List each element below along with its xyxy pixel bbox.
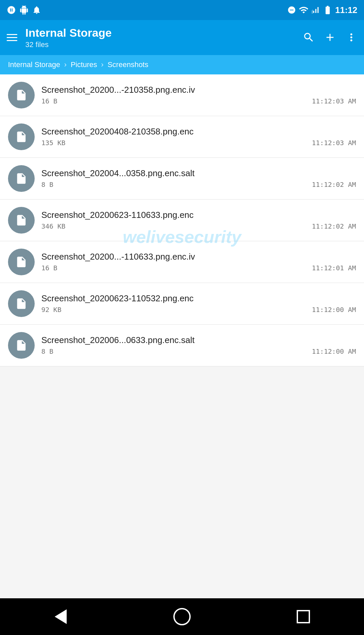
list-item[interactable]: Screenshot_20200623-110532.png.enc 92 KB… (0, 283, 364, 325)
file-size: 16 B (41, 264, 57, 272)
recent-button[interactable] (290, 603, 317, 630)
game-icon (7, 5, 16, 15)
app-bar-subtitle: 32 files (25, 40, 295, 49)
search-icon[interactable] (303, 31, 315, 43)
android-icon (19, 5, 29, 15)
breadcrumb: Internal Storage › Pictures › Screenshot… (0, 55, 364, 74)
file-icon (15, 297, 28, 310)
list-item[interactable]: Screenshot_20200623-110633.png.enc 346 K… (0, 200, 364, 241)
file-name: Screenshot_202004...0358.png.enc.salt (41, 168, 356, 179)
file-icon-circle (8, 165, 35, 192)
file-meta: 8 B 11:12:00 AM (41, 347, 356, 355)
wifi-icon (299, 5, 309, 15)
file-meta: 135 KB 11:12:03 AM (41, 139, 356, 147)
list-item[interactable]: Screenshot_202006...0633.png.enc.salt 8 … (0, 325, 364, 366)
status-bar: 11:12 (0, 0, 364, 20)
back-icon (55, 609, 67, 624)
file-icon (15, 89, 28, 101)
file-size: 346 KB (41, 222, 65, 230)
file-time: 11:12:00 AM (312, 347, 356, 355)
file-size: 16 B (41, 97, 57, 105)
breadcrumb-sep-2: › (101, 60, 103, 69)
file-icon-circle (8, 332, 35, 359)
file-icon (15, 130, 28, 143)
status-icons-left (7, 5, 41, 15)
file-icon (15, 214, 28, 227)
file-icon-circle (8, 82, 35, 108)
battery-icon (323, 5, 333, 15)
file-info: Screenshot_20200623-110532.png.enc 92 KB… (41, 293, 356, 314)
menu-button[interactable] (7, 34, 17, 41)
file-icon-circle (8, 290, 35, 317)
breadcrumb-sep-1: › (64, 60, 67, 69)
home-button[interactable] (169, 603, 195, 630)
file-meta: 346 KB 11:12:02 AM (41, 222, 356, 230)
file-time: 11:12:02 AM (312, 222, 356, 230)
more-options-icon[interactable] (345, 31, 357, 43)
signal-icon (311, 6, 320, 14)
list-item[interactable]: Screenshot_202004...0358.png.enc.salt 8 … (0, 158, 364, 200)
dnd-icon (287, 6, 296, 14)
menu-line-3 (7, 40, 17, 41)
breadcrumb-pictures[interactable]: Pictures (71, 60, 97, 69)
file-name: Screenshot_20200623-110532.png.enc (41, 293, 356, 304)
file-icon (15, 172, 28, 185)
list-item[interactable]: Screenshot_20200408-210358.png.enc 135 K… (0, 116, 364, 158)
file-info: Screenshot_20200623-110633.png.enc 346 K… (41, 210, 356, 230)
file-time: 11:12:03 AM (312, 97, 356, 105)
file-meta: 92 KB 11:12:00 AM (41, 306, 356, 314)
file-info: Screenshot_202006...0633.png.enc.salt 8 … (41, 335, 356, 355)
list-item[interactable]: Screenshot_20200...-110633.png.enc.iv 16… (0, 241, 364, 283)
file-time: 11:12:02 AM (312, 181, 356, 189)
file-name: Screenshot_20200623-110633.png.enc (41, 210, 356, 220)
file-name: Screenshot_20200...-210358.png.enc.iv (41, 85, 356, 95)
file-time: 11:12:03 AM (312, 139, 356, 147)
file-info: Screenshot_20200...-110633.png.enc.iv 16… (41, 252, 356, 272)
app-bar-title-group: Internal Storage 32 files (25, 26, 295, 49)
file-info: Screenshot_202004...0358.png.enc.salt 8 … (41, 168, 356, 189)
file-info: Screenshot_20200408-210358.png.enc 135 K… (41, 126, 356, 147)
home-icon (173, 608, 191, 625)
file-time: 11:12:00 AM (312, 306, 356, 314)
file-meta: 8 B 11:12:02 AM (41, 181, 356, 189)
file-name: Screenshot_20200408-210358.png.enc (41, 126, 356, 137)
status-time: 11:12 (335, 5, 358, 15)
nav-bar (0, 598, 364, 635)
file-icon (15, 256, 28, 268)
file-name: Screenshot_20200...-110633.png.enc.iv (41, 252, 356, 262)
file-size: 135 KB (41, 139, 65, 147)
file-size: 8 B (41, 181, 53, 189)
menu-line-1 (7, 34, 17, 35)
file-size: 8 B (41, 347, 53, 355)
file-icon-circle (8, 123, 35, 150)
app-bar: Internal Storage 32 files (0, 20, 364, 55)
back-button[interactable] (47, 603, 74, 630)
file-icon (15, 339, 28, 352)
recent-icon (297, 610, 310, 623)
file-meta: 16 B 11:12:01 AM (41, 264, 356, 272)
notification-icon (32, 5, 41, 15)
menu-line-2 (7, 37, 17, 38)
file-name: Screenshot_202006...0633.png.enc.salt (41, 335, 356, 345)
file-meta: 16 B 11:12:03 AM (41, 97, 356, 105)
file-time: 11:12:01 AM (312, 264, 356, 272)
status-icons-right: 11:12 (287, 5, 358, 15)
file-info: Screenshot_20200...-210358.png.enc.iv 16… (41, 85, 356, 105)
file-icon-circle (8, 207, 35, 234)
breadcrumb-internal-storage[interactable]: Internal Storage (8, 60, 60, 69)
app-bar-title: Internal Storage (25, 26, 295, 40)
add-icon[interactable] (324, 31, 336, 43)
app-bar-actions (303, 31, 357, 43)
list-item[interactable]: Screenshot_20200...-210358.png.enc.iv 16… (0, 74, 364, 116)
file-list: Screenshot_20200...-210358.png.enc.iv 16… (0, 74, 364, 366)
file-icon-circle (8, 249, 35, 275)
breadcrumb-screenshots[interactable]: Screenshots (108, 60, 148, 69)
file-size: 92 KB (41, 306, 61, 314)
